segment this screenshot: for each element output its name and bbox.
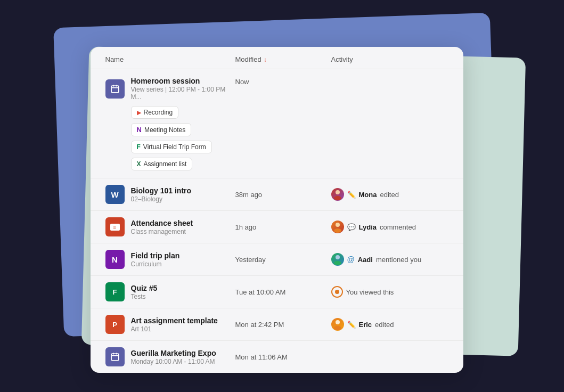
file-icon-forms: F: [105, 282, 125, 301]
header-modified[interactable]: Modified ↓: [235, 55, 331, 63]
tag-recording[interactable]: ▶ Recording: [131, 106, 179, 119]
avatar: [331, 318, 344, 331]
file-name: Biology 101 intro: [131, 186, 192, 195]
file-subtitle: Art 101: [131, 325, 218, 333]
edit-icon: ✏️: [347, 191, 356, 199]
activity-name: Eric: [359, 321, 372, 329]
tag-meeting-notes[interactable]: N Meeting Notes: [131, 123, 192, 136]
activity-verb: edited: [380, 191, 398, 199]
activity-cell: ✏️ Mona edited: [331, 188, 448, 201]
file-subtitle: Class management: [131, 228, 193, 235]
activity-cell: You viewed this: [331, 286, 448, 298]
svg-point-4: [336, 190, 340, 194]
avatar: [331, 188, 344, 201]
table-row[interactable]: ≡ Attendance sheet Class management 1h a…: [91, 211, 463, 243]
viewed-icon: [331, 286, 343, 298]
row-name-col: ≡ Attendance sheet Class management: [105, 217, 235, 236]
viewed-dot: [335, 290, 339, 294]
avatar: [331, 253, 344, 266]
svg-rect-12: [111, 354, 119, 361]
avatar: [331, 220, 344, 233]
file-subtitle: Monday 10:00 AM - 11:00 AM: [131, 358, 216, 365]
modified-cell: 38m ago: [235, 191, 331, 199]
header-name: Name: [105, 55, 235, 63]
modified-cell: Tue at 10:00 AM: [235, 288, 331, 296]
file-name: Attendance sheet: [131, 219, 193, 227]
table-row[interactable]: P Art assignment template Art 101 Mon at…: [91, 308, 463, 341]
activity-verb: commented: [380, 223, 416, 231]
header-activity: Activity: [331, 55, 448, 63]
row-name-col: P Art assignment template Art 101: [105, 315, 235, 334]
table-header: Name Modified ↓ Activity: [91, 47, 463, 69]
file-icon-word: W: [105, 185, 125, 204]
onenote-icon: N: [137, 126, 142, 134]
svg-point-6: [336, 223, 340, 227]
svg-rect-0: [111, 86, 119, 93]
file-icon-powerpoint: P: [105, 315, 125, 334]
excel-icon: X: [137, 160, 141, 168]
file-icon-calendar: [105, 79, 125, 99]
files-card: Name Modified ↓ Activity: [91, 47, 463, 373]
forms-icon: F: [137, 143, 141, 151]
file-subtitle: Curriculum: [131, 260, 180, 268]
table-row[interactable]: Homeroom session View series | 12:00 PM …: [91, 69, 463, 178]
svg-point-7: [334, 228, 341, 233]
row-name-col: N Field trip plan Curriculum: [105, 250, 235, 269]
file-subtitle: 02–Biology: [131, 195, 192, 203]
row-name-top: Homeroom session View series | 12:00 PM …: [105, 77, 235, 101]
svg-point-9: [334, 261, 341, 265]
file-icon-calendar: [105, 347, 125, 366]
modified-cell: 1h ago: [235, 223, 331, 231]
activity-verb: mentioned you: [376, 256, 421, 264]
activity-name: Mona: [359, 191, 377, 199]
tag-row: ▶ Recording N Meeting Notes F Virtual Fi…: [105, 106, 235, 170]
play-icon: ▶: [137, 109, 141, 116]
file-name: Quiz #5: [131, 284, 158, 292]
file-name: Field trip plan: [131, 251, 180, 260]
svg-point-5: [334, 196, 341, 200]
activity-name: Lydia: [359, 223, 377, 231]
file-subtitle: Tests: [131, 293, 158, 300]
tag-field-trip-form[interactable]: F Virtual Field Trip Form: [131, 141, 212, 153]
row-name-col: Homeroom session View series | 12:00 PM …: [105, 77, 235, 170]
svg-point-11: [334, 326, 341, 330]
file-name: Homeroom session: [131, 77, 235, 85]
file-name: Guerilla Marketing Expo: [131, 349, 216, 357]
row-name-col: W Biology 101 intro 02–Biology: [105, 185, 235, 204]
table-row[interactable]: F Quiz #5 Tests Tue at 10:00 AM You view…: [91, 276, 463, 308]
activity-cell: ✏️ Eric edited: [331, 318, 448, 331]
table-row[interactable]: W Biology 101 intro 02–Biology 38m ago ✏…: [91, 178, 463, 211]
activity-verb: edited: [375, 321, 394, 329]
activity-verb: You viewed this: [346, 288, 394, 296]
modified-cell: Now: [235, 77, 331, 86]
file-icon-onenote: N: [105, 250, 125, 269]
modified-cell: Mon at 11:06 AM: [235, 353, 331, 361]
svg-point-10: [336, 320, 340, 324]
activity-cell: 💬 Lydia commented: [331, 220, 448, 233]
table-row[interactable]: N Field trip plan Curriculum Yesterday @…: [91, 243, 463, 276]
modified-cell: Yesterday: [235, 256, 331, 264]
mention-icon: @: [347, 255, 355, 264]
file-subtitle: View series | 12:00 PM - 1:00 PM M...: [131, 86, 235, 101]
tag-assignment-list[interactable]: X Assignment list: [131, 158, 193, 170]
activity-cell: @ Aadi mentioned you: [331, 253, 448, 266]
row-name-col: Guerilla Marketing Expo Monday 10:00 AM …: [105, 347, 235, 366]
modified-cell: Mon at 2:42 PM: [235, 321, 331, 329]
edit-icon: ✏️: [347, 321, 356, 329]
table-row[interactable]: Guerilla Marketing Expo Monday 10:00 AM …: [91, 341, 463, 373]
sort-icon: ↓: [264, 56, 267, 63]
file-icon-excel: ≡: [105, 217, 125, 236]
comment-icon: 💬: [347, 223, 356, 231]
row-name-col: F Quiz #5 Tests: [105, 282, 235, 301]
svg-point-8: [336, 255, 340, 259]
activity-name: Aadi: [358, 256, 373, 264]
file-name: Art assignment template: [131, 316, 218, 325]
